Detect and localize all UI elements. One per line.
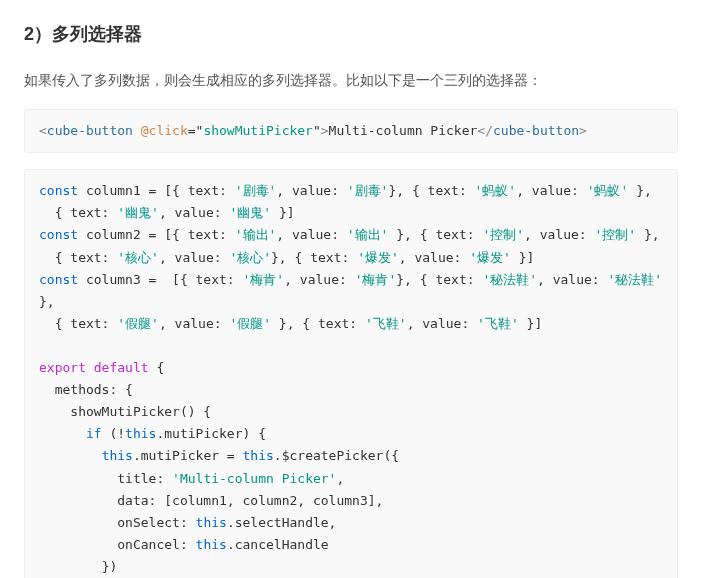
code-token: , value:: [284, 272, 354, 287]
code-token: this: [196, 515, 227, 530]
code-token: >: [321, 123, 329, 138]
code-token: '剧毒': [235, 183, 277, 198]
code-token: '爆发': [357, 250, 399, 265]
code-token: .mutiPicker) {: [156, 426, 266, 441]
code-token: onCancel:: [39, 537, 196, 552]
code-token: { text:: [39, 250, 117, 265]
code-token: }]: [279, 205, 295, 220]
code-token: title:: [39, 471, 172, 486]
code-token: }, { text:: [271, 316, 365, 331]
code-token: { text:: [39, 205, 117, 220]
code-token: '飞鞋': [365, 316, 407, 331]
code-token: [39, 426, 86, 441]
code-token: }, { text:: [271, 250, 357, 265]
code-token: >: [579, 123, 587, 138]
code-token: [271, 205, 279, 220]
code-token: , value:: [159, 205, 229, 220]
code-token: '假腿': [229, 316, 271, 331]
code-token: { text:: [39, 316, 117, 331]
code-script: const column1 = [{ text: '剧毒', value: '剧…: [24, 169, 678, 578]
code-token: =: [188, 123, 196, 138]
code-token: .mutiPicker =: [133, 448, 243, 463]
code-token: '蚂蚁': [475, 183, 517, 198]
code-token: }]: [511, 250, 534, 265]
code-token: export default: [39, 360, 149, 375]
code-token: .$createPicker({: [274, 448, 399, 463]
code-token: .selectHandle,: [227, 515, 337, 530]
code-token: },: [628, 183, 651, 198]
code-token: this: [102, 448, 133, 463]
code-token: ,: [336, 471, 344, 486]
code-token: , value:: [159, 250, 229, 265]
code-token: {: [149, 360, 165, 375]
code-token: if: [86, 426, 102, 441]
code-token: ": [313, 123, 321, 138]
section-heading: 2）多列选择器: [24, 20, 678, 49]
code-token: methods: {: [39, 382, 133, 397]
code-token: , value:: [524, 227, 594, 242]
code-token: const: [39, 272, 78, 287]
code-token: , value:: [537, 272, 607, 287]
code-token: '控制': [482, 227, 524, 242]
code-token: }, { text:: [388, 227, 482, 242]
code-token: '梅肯': [355, 272, 397, 287]
code-token: , value:: [159, 316, 229, 331]
code-token: '假腿': [117, 316, 159, 331]
code-token: '爆发': [469, 250, 511, 265]
code-token: }, { text:: [396, 272, 482, 287]
code-token: @click: [141, 123, 188, 138]
code-token: , value:: [516, 183, 586, 198]
code-token: cube-button: [47, 123, 133, 138]
code-token: [39, 448, 102, 463]
code-token: '幽鬼': [229, 205, 271, 220]
code-token: '剧毒': [347, 183, 389, 198]
code-token: '幽鬼': [117, 205, 159, 220]
code-token: }, { text:: [388, 183, 474, 198]
code-token: Multi-column Picker: [329, 123, 478, 138]
code-token: const: [39, 227, 78, 242]
code-token: this: [125, 426, 156, 441]
code-token: '控制': [594, 227, 636, 242]
code-token: }]: [519, 316, 542, 331]
code-token: data: [column1, column2, column3],: [39, 493, 383, 508]
code-token: this: [243, 448, 274, 463]
code-token: 'Multi-column Picker': [172, 471, 336, 486]
code-token: '蚂蚁': [587, 183, 629, 198]
code-token: , value:: [407, 316, 477, 331]
code-token: cube-button: [493, 123, 579, 138]
code-token: '秘法鞋': [482, 272, 537, 287]
code-token: [133, 123, 141, 138]
code-token: , value:: [276, 183, 346, 198]
code-token: , value:: [276, 227, 346, 242]
code-token: '核心': [229, 250, 271, 265]
code-token: onSelect:: [39, 515, 196, 530]
code-token: }): [39, 559, 117, 574]
code-token: '梅肯': [243, 272, 285, 287]
code-token: '秘法鞋': [607, 272, 662, 287]
code-token: <: [39, 123, 47, 138]
code-token: showMutiPicker: [203, 123, 313, 138]
code-token: '核心': [117, 250, 159, 265]
code-token: , value:: [399, 250, 469, 265]
code-token: showMutiPicker() {: [39, 404, 211, 419]
code-token: .cancelHandle: [227, 537, 329, 552]
code-token: column2 = [{ text:: [86, 227, 235, 242]
intro-paragraph: 如果传入了多列数据，则会生成相应的多列选择器。比如以下是一个三列的选择器：: [24, 69, 678, 91]
code-token: '飞鞋': [477, 316, 519, 331]
code-token: this: [196, 537, 227, 552]
code-token: },: [636, 227, 659, 242]
code-token: </: [477, 123, 493, 138]
code-token: const: [39, 183, 78, 198]
code-token: '输出': [347, 227, 389, 242]
code-token: '输出': [235, 227, 277, 242]
code-token: column1 = [{ text:: [86, 183, 235, 198]
code-template: <cube-button @click="showMutiPicker">Mul…: [24, 109, 678, 153]
code-token: column3 = [{ text:: [86, 272, 243, 287]
code-token: (!: [102, 426, 125, 441]
